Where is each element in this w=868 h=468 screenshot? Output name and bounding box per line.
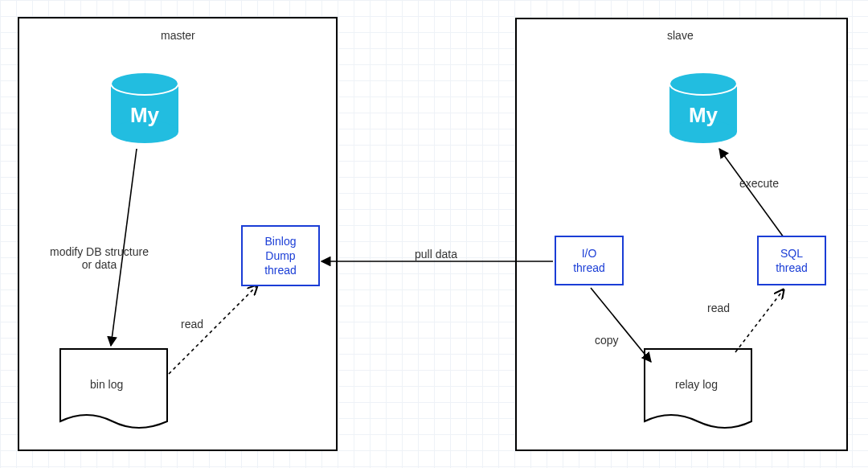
io-thread-box: I/O thread (555, 236, 624, 285)
copy-label: copy (595, 334, 619, 347)
slave-title-label: slave (667, 29, 694, 42)
binlog-file-label: bin log (90, 378, 123, 391)
relaylog-file-label: relay log (675, 378, 718, 391)
slave-read-label: read (707, 302, 730, 314)
pull-data-label: pull data (415, 248, 457, 261)
execute-label: execute (739, 177, 779, 190)
modify-db-label: modify DB structure or data (50, 245, 149, 271)
sql-thread-box: SQL thread (757, 236, 826, 285)
master-read-label: read (181, 318, 203, 330)
master-title-label: master (161, 29, 195, 42)
binlog-dump-thread-box: Binlog Dump thread (241, 225, 320, 286)
